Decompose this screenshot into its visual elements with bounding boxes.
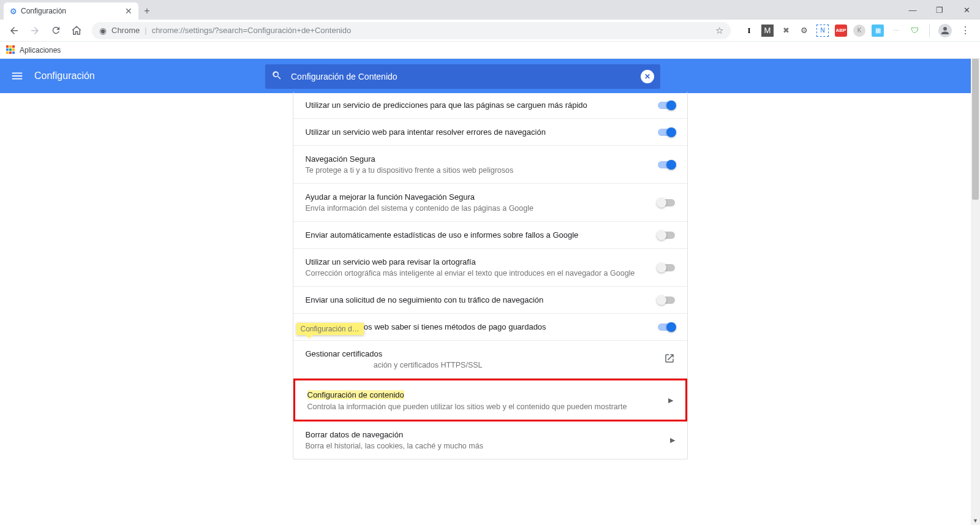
toggle-switch[interactable] — [658, 296, 675, 304]
site-info-icon[interactable]: ◉ — [99, 26, 107, 36]
scroll-down-icon[interactable]: ▼ — [971, 516, 980, 525]
setting-row-prediction[interactable]: Utilizar un servicio de predicciones par… — [293, 92, 687, 119]
tab-title: Configuración — [21, 7, 121, 15]
chevron-right-icon: ▶ — [670, 436, 675, 444]
window-titlebar: ⚙ Configuración ✕ + — ❐ ✕ — [0, 0, 980, 20]
setting-row-certificates[interactable]: Gestionar certificados Configuración d… … — [293, 341, 687, 379]
toggle-switch[interactable] — [658, 161, 675, 168]
setting-row-usage-stats[interactable]: Enviar automáticamente estadísticas de u… — [293, 222, 687, 249]
ext-icon-3[interactable]: ✖ — [780, 25, 792, 37]
ext-icon-6[interactable]: ▦ — [872, 25, 884, 37]
forward-button[interactable] — [26, 21, 44, 40]
reload-button[interactable] — [47, 21, 65, 40]
ext-icon-2[interactable]: M — [761, 25, 774, 37]
ext-icon-7[interactable]: ⋯ — [890, 25, 902, 37]
ext-icon-abp[interactable]: ABP — [835, 25, 847, 37]
chevron-right-icon: ▶ — [668, 396, 673, 404]
page-scrollbar[interactable]: ▲ ▼ — [971, 59, 980, 525]
toggle-switch[interactable] — [658, 102, 675, 109]
close-tab-icon[interactable]: ✕ — [125, 6, 132, 16]
window-controls: — ❐ ✕ — [899, 0, 980, 20]
omnibox-url: chrome://settings/?search=Configuración+… — [152, 26, 710, 35]
setting-row-dnt[interactable]: Enviar una solicitud de no seguimiento c… — [293, 287, 687, 314]
new-tab-button[interactable]: + — [138, 2, 156, 20]
gear-icon: ⚙ — [10, 7, 17, 16]
toggle-switch[interactable] — [658, 264, 675, 271]
settings-search[interactable]: ✕ — [265, 64, 660, 89]
header-title: Configuración — [34, 70, 95, 81]
home-button[interactable] — [67, 21, 86, 40]
toggle-switch[interactable] — [658, 129, 675, 136]
ext-icon-8[interactable]: 🛡 — [908, 25, 921, 37]
extensions-area: I M ✖ ⚙ N ABP K ▦ ⋯ 🛡 ⋮ — [737, 23, 975, 38]
profile-avatar[interactable] — [938, 24, 952, 37]
address-bar[interactable]: ◉ Chrome | chrome://settings/?search=Con… — [92, 22, 731, 39]
bookmarks-bar: Aplicaciones — [0, 42, 980, 59]
setting-row-spellcheck[interactable]: Utilizar un servicio web para revisar la… — [293, 249, 687, 287]
setting-row-content-settings[interactable]: Configuración de contenido Controla la i… — [293, 379, 687, 421]
chrome-menu-button[interactable]: ⋮ — [958, 23, 973, 38]
settings-card: Utilizar un servicio de predicciones par… — [293, 92, 688, 459]
setting-row-safe-browsing[interactable]: Navegación Segura Te protege a ti y a tu… — [293, 146, 687, 184]
toggle-switch[interactable] — [658, 323, 675, 331]
ext-icon-1[interactable]: I — [743, 25, 755, 37]
ext-icon-k[interactable]: K — [853, 25, 865, 37]
browser-toolbar: ◉ Chrome | chrome://settings/?search=Con… — [0, 20, 980, 42]
browser-tab[interactable]: ⚙ Configuración ✕ — [4, 2, 138, 20]
ext-icon-5[interactable]: N — [816, 25, 829, 37]
setting-row-clear-data[interactable]: Borrar datos de navegación Borra el hist… — [293, 421, 687, 459]
scroll-thumb[interactable] — [972, 59, 979, 200]
ext-icon-4[interactable]: ⚙ — [798, 25, 810, 37]
toggle-switch[interactable] — [658, 232, 675, 239]
close-window-button[interactable]: ✕ — [953, 0, 980, 20]
setting-row-improve-safe[interactable]: Ayudar a mejorar la función Navegación S… — [293, 184, 687, 222]
back-button[interactable] — [5, 21, 23, 40]
maximize-button[interactable]: ❐ — [926, 0, 953, 20]
search-tooltip: Configuración d… — [296, 323, 364, 335]
minimize-button[interactable]: — — [899, 0, 926, 20]
omnibox-prefix: Chrome — [111, 26, 140, 35]
bookmark-star-icon[interactable]: ☆ — [715, 25, 723, 36]
settings-content: Utilizar un servicio de predicciones par… — [0, 92, 980, 525]
settings-search-input[interactable] — [291, 72, 632, 81]
search-icon — [271, 70, 282, 83]
setting-row-nav-error[interactable]: Utilizar un servicio web para intentar r… — [293, 119, 687, 146]
external-link-icon[interactable] — [664, 353, 675, 366]
apps-label[interactable]: Aplicaciones — [20, 46, 61, 55]
clear-search-icon[interactable]: ✕ — [641, 70, 654, 83]
menu-button[interactable] — [0, 69, 34, 83]
apps-icon[interactable] — [6, 45, 16, 55]
toggle-switch[interactable] — [658, 199, 675, 206]
